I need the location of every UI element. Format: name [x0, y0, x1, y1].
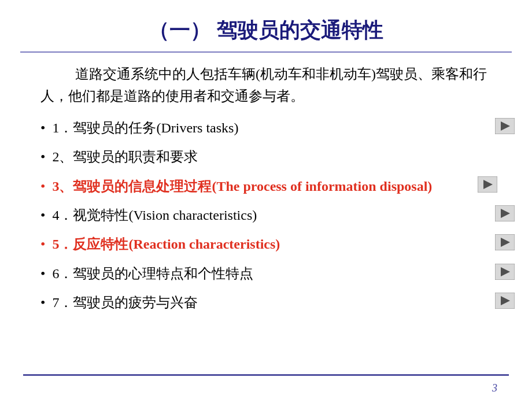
item-text: 5．反应特性(Reaction characteristics): [52, 233, 492, 255]
list-item: • 1．驾驶员的任务(Drivers tasks): [40, 113, 492, 142]
item-text: 3、驾驶员的信息处理过程(The process of information …: [52, 175, 492, 197]
item-text: 1．驾驶员的任务(Drivers tasks): [52, 117, 492, 139]
item-text: 2、驾驶员的职责和要求: [52, 146, 492, 168]
item-text: 6．驾驶员的心理特点和个性特点: [52, 263, 492, 285]
list-item: • 4．视觉特性(Vision characteristics): [40, 201, 492, 230]
list-item: • 2、驾驶员的职责和要求: [40, 142, 492, 171]
list-item: • 6．驾驶员的心理特点和个性特点: [40, 259, 492, 288]
play-icon[interactable]: [495, 293, 515, 309]
bottom-divider: [23, 374, 509, 376]
list-item: • 7．驾驶员的疲劳与兴奋: [40, 288, 492, 317]
bullet-icon: •: [40, 233, 45, 255]
bullet-icon: •: [40, 175, 45, 197]
bullet-icon: •: [40, 117, 45, 139]
list-item: • 3、驾驶员的信息处理过程(The process of informatio…: [40, 172, 492, 201]
page-number: 3: [492, 382, 497, 394]
item-text: 7．驾驶员的疲劳与兴奋: [52, 291, 492, 313]
bullet-icon: •: [40, 204, 45, 226]
slide-title: （一） 驾驶员的交通特性: [0, 0, 532, 51]
play-icon[interactable]: [478, 176, 497, 193]
intro-paragraph: 道路交通系统中的人包括车辆(机动车和非机动车)驾驶员、乘客和行人，他们都是道路的…: [0, 63, 532, 113]
play-icon[interactable]: [495, 205, 515, 221]
list-item: • 5．反应特性(Reaction characteristics): [40, 230, 492, 258]
play-icon[interactable]: [495, 264, 515, 280]
bullet-icon: •: [40, 146, 45, 168]
bullet-icon: •: [40, 263, 45, 285]
play-icon[interactable]: [495, 234, 515, 250]
play-icon[interactable]: [495, 118, 515, 134]
content-list: • 1．驾驶员的任务(Drivers tasks) • 2、驾驶员的职责和要求 …: [0, 113, 532, 317]
bullet-icon: •: [40, 291, 45, 313]
item-text: 4．视觉特性(Vision characteristics): [52, 204, 492, 226]
title-underline: [20, 51, 512, 53]
